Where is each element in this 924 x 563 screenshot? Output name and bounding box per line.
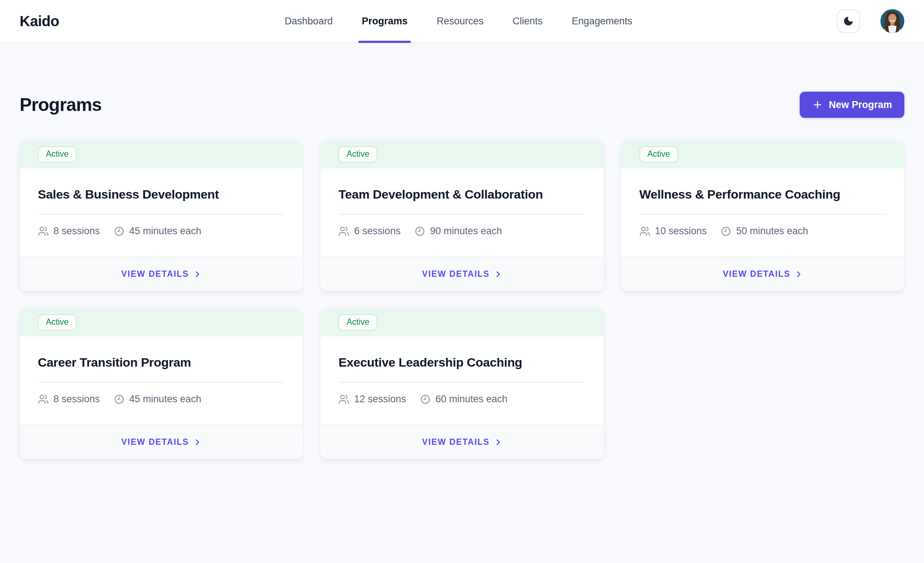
- card-body: Wellness & Performance Coaching 10 sessi…: [621, 168, 904, 257]
- status-badge: Active: [639, 146, 678, 163]
- view-details-label: VIEW DETAILS: [723, 269, 790, 279]
- brand-logo: Kaido: [20, 13, 59, 30]
- duration-label: 45 minutes each: [129, 225, 201, 237]
- clock-icon: [414, 226, 425, 237]
- card-footer: VIEW DETAILS: [621, 257, 904, 291]
- program-card: Active Executive Leadership Coaching 12 …: [320, 308, 603, 459]
- page-header-row: Programs New Program: [20, 92, 904, 118]
- duration-meta: 90 minutes each: [414, 225, 502, 237]
- clock-icon: [114, 394, 124, 405]
- view-details-link[interactable]: VIEW DETAILS: [122, 437, 201, 447]
- users-icon: [639, 226, 650, 237]
- program-card: Active Sales & Business Development 8 se…: [20, 140, 303, 291]
- program-title: Wellness & Performance Coaching: [639, 187, 886, 215]
- sessions-meta: 8 sessions: [38, 393, 100, 405]
- nav-item-engagements[interactable]: Engagements: [568, 0, 636, 42]
- nav-item-programs[interactable]: Programs: [358, 0, 411, 42]
- card-footer: VIEW DETAILS: [320, 425, 603, 459]
- chevron-right-icon: [795, 270, 802, 278]
- sessions-label: 6 sessions: [354, 225, 400, 237]
- users-icon: [338, 394, 350, 405]
- card-footer: VIEW DETAILS: [20, 425, 303, 459]
- card-status-strip: Active: [621, 140, 904, 168]
- status-badge: Active: [338, 146, 377, 163]
- status-badge: Active: [338, 314, 377, 331]
- sessions-meta: 6 sessions: [338, 225, 400, 237]
- card-status-strip: Active: [20, 140, 303, 168]
- clock-icon: [420, 394, 431, 405]
- view-details-label: VIEW DETAILS: [122, 437, 189, 447]
- card-body: Team Development & Collaboration 6 sessi…: [320, 168, 603, 257]
- program-title: Sales & Business Development: [38, 187, 285, 215]
- new-program-label: New Program: [829, 99, 892, 111]
- top-bar: Kaido Dashboard Programs Resources Clien…: [0, 0, 924, 43]
- card-status-strip: Active: [320, 308, 603, 336]
- view-details-label: VIEW DETAILS: [422, 437, 490, 447]
- status-badge: Active: [38, 146, 77, 163]
- duration-meta: 50 minutes each: [720, 225, 808, 237]
- users-icon: [338, 226, 350, 237]
- program-card: Active Team Development & Collaboration …: [320, 140, 603, 291]
- program-meta: 8 sessions 45 minutes each: [38, 225, 285, 237]
- duration-meta: 45 minutes each: [114, 225, 201, 237]
- sessions-label: 10 sessions: [655, 225, 707, 237]
- theme-toggle-button[interactable]: [837, 9, 860, 33]
- card-body: Sales & Business Development 8 sessions …: [20, 168, 303, 257]
- new-program-button[interactable]: New Program: [800, 92, 904, 118]
- view-details-label: VIEW DETAILS: [422, 269, 490, 279]
- program-meta: 8 sessions 45 minutes each: [38, 393, 285, 405]
- page-title: Programs: [20, 94, 101, 115]
- card-status-strip: Active: [20, 308, 303, 336]
- user-avatar[interactable]: [880, 9, 904, 33]
- duration-label: 45 minutes each: [129, 393, 201, 405]
- clock-icon: [114, 226, 124, 237]
- programs-grid: Active Sales & Business Development 8 se…: [20, 140, 904, 459]
- program-title: Career Transition Program: [38, 355, 285, 383]
- sessions-label: 8 sessions: [53, 225, 100, 237]
- card-body: Executive Leadership Coaching 12 session…: [320, 336, 603, 425]
- sessions-meta: 8 sessions: [38, 225, 100, 237]
- chevron-right-icon: [494, 270, 502, 278]
- program-card: Active Career Transition Program 8 sessi…: [20, 308, 303, 459]
- chevron-right-icon: [194, 270, 201, 278]
- card-status-strip: Active: [320, 140, 603, 168]
- view-details-link[interactable]: VIEW DETAILS: [122, 269, 201, 279]
- view-details-link[interactable]: VIEW DETAILS: [422, 437, 502, 447]
- card-footer: VIEW DETAILS: [20, 257, 303, 291]
- chevron-right-icon: [194, 438, 201, 446]
- plus-icon: [812, 99, 823, 110]
- program-card: Active Wellness & Performance Coaching 1…: [621, 140, 904, 291]
- avatar-image: [880, 9, 904, 33]
- card-footer: VIEW DETAILS: [320, 257, 603, 291]
- program-meta: 6 sessions 90 minutes each: [338, 225, 585, 237]
- users-icon: [38, 394, 49, 405]
- program-title: Executive Leadership Coaching: [338, 355, 585, 383]
- view-details-label: VIEW DETAILS: [122, 269, 189, 279]
- clock-icon: [720, 226, 731, 237]
- status-badge: Active: [38, 314, 77, 331]
- nav-item-resources[interactable]: Resources: [433, 0, 487, 42]
- users-icon: [38, 226, 49, 237]
- sessions-label: 8 sessions: [53, 393, 100, 405]
- program-meta: 10 sessions 50 minutes each: [639, 225, 886, 237]
- duration-meta: 60 minutes each: [420, 393, 507, 405]
- sessions-label: 12 sessions: [354, 393, 406, 405]
- program-title: Team Development & Collaboration: [338, 187, 585, 215]
- nav-item-dashboard[interactable]: Dashboard: [281, 0, 336, 42]
- sessions-meta: 10 sessions: [639, 225, 707, 237]
- duration-meta: 45 minutes each: [114, 393, 201, 405]
- main-content: Programs New Program Active Sales & Busi…: [0, 92, 924, 459]
- header-actions: [837, 9, 904, 33]
- duration-label: 90 minutes each: [430, 225, 502, 237]
- nav-item-clients[interactable]: Clients: [509, 0, 546, 42]
- moon-icon: [843, 15, 854, 27]
- view-details-link[interactable]: VIEW DETAILS: [422, 269, 502, 279]
- view-details-link[interactable]: VIEW DETAILS: [723, 269, 802, 279]
- duration-label: 50 minutes each: [736, 225, 808, 237]
- sessions-meta: 12 sessions: [338, 393, 406, 405]
- chevron-right-icon: [494, 438, 502, 446]
- card-body: Career Transition Program 8 sessions 45 …: [20, 336, 303, 425]
- program-meta: 12 sessions 60 minutes each: [338, 393, 585, 405]
- main-nav: Dashboard Programs Resources Clients Eng…: [281, 0, 635, 42]
- duration-label: 60 minutes each: [435, 393, 507, 405]
